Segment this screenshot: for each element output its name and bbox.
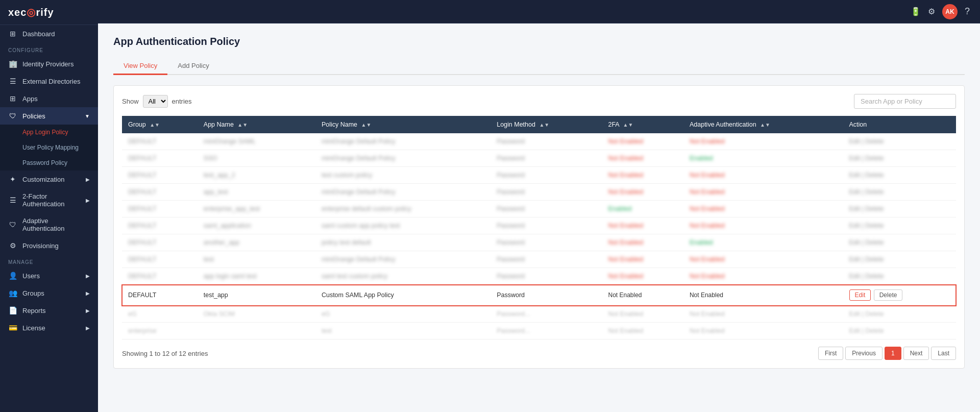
license-icon: 💳 (8, 324, 17, 332)
content-area: App Authentication Policy View Policy Ad… (98, 23, 980, 412)
sidebar-item-label: Users (22, 272, 40, 280)
highlighted-policy-name: Custom SAML App Policy (315, 285, 491, 306)
sidebar-item-label: Identity Providers (22, 60, 74, 68)
show-entries: Show All 10 25 50 entries (122, 95, 192, 108)
sub-item-label: User Policy Mapping (22, 144, 79, 151)
policies-chevron: ▼ (85, 113, 90, 119)
sidebar-item-policies[interactable]: 🛡 Policies ▼ (0, 107, 98, 125)
sidebar-item-label: License (22, 324, 45, 332)
sidebar-item-label: Groups (22, 289, 44, 297)
external-directories-icon: ☰ (8, 77, 17, 85)
search-input[interactable] (854, 94, 956, 109)
settings-icon[interactable]: ⚙ (928, 7, 935, 16)
reports-icon: 📄 (8, 306, 17, 314)
sidebar-section-manage: Manage (0, 254, 98, 267)
table-row: DEFAULTminiOrange SAMLminiOrange Default… (122, 133, 956, 150)
table-row: enterprise testPassword...Not EnabledNot… (122, 323, 956, 340)
pagination-page-1[interactable]: 1 (885, 347, 901, 360)
col-adaptive-auth[interactable]: Adaptive Authentication ▲▼ (683, 116, 843, 133)
sidebar-item-2fa[interactable]: ☰ 2-Factor Authentication ▶ (0, 188, 98, 212)
table-row: DEFAULTenterprise_app_testenterprise def… (122, 201, 956, 217)
table-row: DEFAULTapp login saml testsaml test cust… (122, 268, 956, 285)
col-group[interactable]: Group ▲▼ (122, 116, 198, 133)
col-login-method[interactable]: Login Method ▲▼ (491, 116, 602, 133)
table-row: DEFAULTapp_testminiOrange Default Policy… (122, 184, 956, 201)
logo[interactable]: xec◎rify (0, 0, 98, 25)
pagination-previous[interactable]: Previous (845, 347, 883, 360)
reports-chevron: ▶ (86, 308, 90, 313)
table-controls: Show All 10 25 50 entries (122, 94, 956, 109)
sidebar-item-user-policy-mapping[interactable]: User Policy Mapping (0, 140, 98, 155)
col-policy-name[interactable]: Policy Name ▲▼ (315, 116, 491, 133)
sidebar-item-dashboard[interactable]: ⊞ Dashboard (0, 25, 98, 42)
policies-submenu: App Login Policy User Policy Mapping Pas… (0, 125, 98, 171)
entries-label: entries (172, 98, 192, 105)
col-action: Action (843, 116, 956, 133)
sort-icon-app-name: ▲▼ (237, 122, 248, 128)
sidebar-item-label: Apps (22, 95, 38, 103)
pagination-last[interactable]: Last (931, 347, 956, 360)
adaptive-auth-icon: 🛡 (8, 221, 17, 229)
identity-providers-icon: 🏢 (8, 60, 17, 68)
sort-icon-policy-name: ▲▼ (361, 122, 372, 128)
sidebar-item-apps[interactable]: ⊞ Apps (0, 90, 98, 107)
provisioning-icon: ⚙ (8, 241, 17, 250)
2fa-chevron: ▶ (86, 198, 90, 203)
help-icon[interactable]: ? (965, 6, 970, 17)
customization-chevron: ▶ (86, 177, 90, 182)
groups-chevron: ▶ (86, 290, 90, 296)
sidebar-item-customization[interactable]: ✦ Customization ▶ (0, 171, 98, 188)
customization-icon: ✦ (8, 175, 17, 183)
entries-select[interactable]: All 10 25 50 (143, 95, 168, 108)
sidebar-item-groups[interactable]: 👥 Groups ▶ (0, 284, 98, 302)
table-row: DEFAULTsaml_applicationsaml custom app p… (122, 217, 956, 234)
license-chevron: ▶ (86, 325, 90, 331)
pagination-next[interactable]: Next (903, 347, 929, 360)
sidebar-item-reports[interactable]: 📄 Reports ▶ (0, 302, 98, 319)
pagination-first[interactable]: First (818, 347, 843, 360)
main-area: 🔋 ⚙ AK ? App Authentication Policy View … (98, 0, 980, 412)
tabs: View Policy Add Policy (113, 58, 965, 75)
sidebar-section-configure: Configure (0, 42, 98, 55)
sort-icon-group: ▲▼ (150, 122, 160, 128)
sidebar-item-users[interactable]: 👤 Users ▶ (0, 267, 98, 284)
delete-button[interactable]: Delete (874, 289, 903, 301)
sidebar-item-identity-providers[interactable]: 🏢 Identity Providers (0, 55, 98, 72)
col-2fa[interactable]: 2FA ▲▼ (602, 116, 683, 133)
sidebar-item-adaptive-auth[interactable]: 🛡 Adaptive Authentication (0, 212, 98, 237)
sidebar-item-label: Provisioning (22, 242, 59, 250)
table-row: DEFAULTtest_app_2test custom policyPassw… (122, 167, 956, 184)
sidebar-item-external-directories[interactable]: ☰ External Directories (0, 72, 98, 90)
sidebar-item-label: Customization (22, 176, 64, 183)
highlighted-login-method: Password (491, 285, 602, 306)
groups-icon: 👥 (8, 289, 17, 297)
highlighted-adaptive-auth: Not Enabled (683, 285, 843, 306)
sort-icon-adaptive-auth: ▲▼ (760, 122, 770, 128)
pagination: First Previous 1 Next Last (818, 347, 956, 360)
sidebar-item-license[interactable]: 💳 License ▶ (0, 319, 98, 336)
sidebar-item-label: 2-Factor Authentication (22, 192, 81, 208)
sidebar: xec◎rify ⊞ Dashboard Configure 🏢 Identit… (0, 0, 98, 412)
sort-icon-login-method: ▲▼ (539, 122, 549, 128)
avatar[interactable]: AK (942, 4, 958, 19)
sub-item-label: Password Policy (22, 159, 67, 166)
topbar: 🔋 ⚙ AK ? (98, 0, 980, 23)
tab-view-policy[interactable]: View Policy (113, 58, 167, 75)
table-row: DEFAULTtestminiOrange Default PolicyPass… (122, 251, 956, 268)
users-icon: 👤 (8, 272, 17, 280)
sidebar-item-provisioning[interactable]: ⚙ Provisioning (0, 237, 98, 254)
dashboard-icon: ⊞ (8, 30, 17, 38)
users-chevron: ▶ (86, 273, 90, 279)
tab-add-policy[interactable]: Add Policy (167, 58, 219, 75)
table-row: eGOkta SCIMeGPassword...Not EnabledNot E… (122, 306, 956, 323)
sidebar-item-app-login-policy[interactable]: App Login Policy (0, 125, 98, 140)
battery-icon: 🔋 (911, 7, 921, 16)
sidebar-item-label: Adaptive Authentication (22, 217, 90, 232)
2fa-icon: ☰ (8, 196, 17, 204)
highlighted-2fa: Not Enabled (602, 285, 683, 306)
col-app-name[interactable]: App Name ▲▼ (198, 116, 315, 133)
edit-button[interactable]: Edit (849, 289, 871, 301)
highlighted-actions: Edit Delete (843, 285, 956, 306)
sidebar-item-password-policy[interactable]: Password Policy (0, 155, 98, 171)
sort-icon-2fa: ▲▼ (623, 122, 633, 128)
